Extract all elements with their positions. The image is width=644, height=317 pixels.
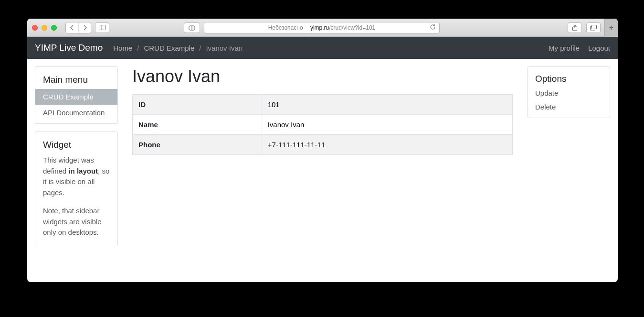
- page-content: Main menu CRUD Example API Documentation…: [27, 59, 618, 254]
- maximize-window-icon[interactable]: [51, 25, 57, 31]
- address-bar[interactable]: Небезопасно — yimp.ru /crud/view?id=101: [204, 22, 440, 33]
- reader-button[interactable]: [184, 22, 200, 33]
- main-area: Ivanov Ivan ID 101 Name Ivanov Ivan Phon…: [132, 66, 513, 155]
- page-title: Ivanov Ivan: [132, 66, 513, 87]
- row-label: ID: [133, 95, 262, 115]
- update-link[interactable]: Update: [528, 86, 610, 100]
- new-tab-button[interactable]: +: [604, 19, 618, 37]
- minimize-window-icon[interactable]: [42, 25, 47, 31]
- widget-p1b: in layout: [68, 167, 98, 175]
- widget-p2: Note, that sidebar widgets are visible o…: [43, 206, 110, 238]
- detail-table: ID 101 Name Ivanov Ivan Phone +7-111-111…: [132, 94, 513, 155]
- close-window-icon[interactable]: [32, 25, 38, 31]
- nav-back-forward: [65, 22, 91, 33]
- widget-card: Widget This widget was defined in layout…: [35, 131, 118, 246]
- reload-icon[interactable]: [430, 24, 436, 32]
- breadcrumb: Home / CRUD Example / Ivanov Ivan: [113, 44, 243, 52]
- row-value: 101: [262, 95, 512, 115]
- breadcrumb-sep: /: [137, 44, 139, 52]
- address-security-label: Небезопасно —: [268, 24, 310, 31]
- row-value: +7-111-111-11-11: [262, 135, 512, 155]
- tabs-button[interactable]: [586, 22, 601, 33]
- breadcrumb-current: Ivanov Ivan: [206, 44, 243, 52]
- widget-text: This widget was defined in layout, so it…: [43, 155, 110, 238]
- browser-window: Небезопасно — yimp.ru /crud/view?id=101 …: [27, 19, 618, 282]
- sidebar-item-api-docs[interactable]: API Documentation: [35, 105, 117, 123]
- browser-title-bar: Небезопасно — yimp.ru /crud/view?id=101 …: [27, 19, 618, 37]
- options-title: Options: [528, 67, 610, 86]
- address-path: /crud/view?id=101: [329, 24, 375, 31]
- brand[interactable]: YIMP Live Demo: [35, 43, 103, 53]
- table-row: Phone +7-111-111-11-11: [133, 135, 513, 155]
- toolbar-right: [568, 22, 601, 33]
- options-panel: Options Update Delete: [527, 66, 610, 118]
- table-row: ID 101: [133, 95, 513, 115]
- back-button[interactable]: [66, 22, 78, 33]
- svg-rect-0: [99, 25, 106, 30]
- main-menu-card: Main menu CRUD Example API Documentation: [35, 66, 118, 124]
- widget-title: Widget: [43, 140, 110, 150]
- app-navbar: YIMP Live Demo Home / CRUD Example / Iva…: [27, 37, 618, 59]
- breadcrumb-home[interactable]: Home: [113, 44, 132, 52]
- navbar-right: My profile Logout: [549, 44, 610, 52]
- row-label: Phone: [133, 135, 262, 155]
- svg-rect-4: [592, 25, 597, 29]
- breadcrumb-crud[interactable]: CRUD Example: [144, 44, 194, 52]
- row-value: Ivanov Ivan: [262, 115, 512, 135]
- forward-button[interactable]: [78, 22, 91, 33]
- my-profile-link[interactable]: My profile: [549, 44, 580, 52]
- window-controls: [32, 25, 57, 31]
- row-label: Name: [133, 115, 262, 135]
- breadcrumb-sep: /: [199, 44, 201, 52]
- sidebar-toggle-button[interactable]: [95, 22, 109, 33]
- address-domain: yimp.ru: [310, 24, 329, 31]
- share-button[interactable]: [568, 22, 582, 33]
- main-menu-title: Main menu: [43, 75, 110, 85]
- table-row: Name Ivanov Ivan: [133, 115, 513, 135]
- logout-link[interactable]: Logout: [588, 44, 610, 52]
- delete-link[interactable]: Delete: [528, 100, 610, 118]
- sidebar-left: Main menu CRUD Example API Documentation…: [35, 66, 118, 246]
- main-menu: CRUD Example API Documentation: [35, 89, 117, 123]
- sidebar-item-crud-example[interactable]: CRUD Example: [35, 89, 117, 105]
